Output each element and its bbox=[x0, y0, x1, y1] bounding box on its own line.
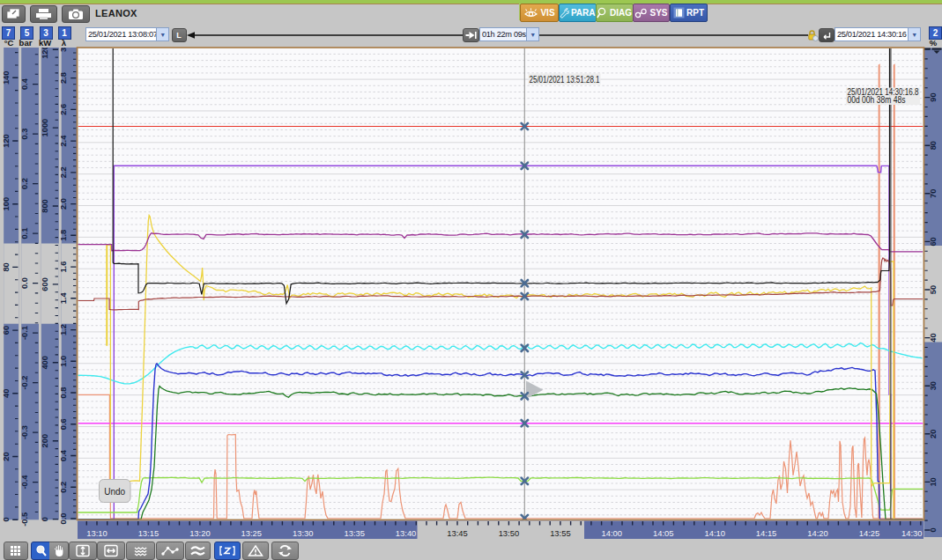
svg-text:60: 60 bbox=[2, 326, 11, 335]
svg-text:0.4: 0.4 bbox=[20, 77, 29, 90]
svg-text:13:45: 13:45 bbox=[447, 528, 467, 538]
svg-text:70: 70 bbox=[929, 189, 938, 198]
svg-text:0.0: 0.0 bbox=[20, 277, 29, 289]
svg-text:00d 00h 38m 48s: 00d 00h 38m 48s bbox=[848, 95, 906, 105]
svg-text:800: 800 bbox=[41, 199, 49, 213]
svg-text:2.0: 2.0 bbox=[59, 198, 68, 210]
svg-text:14:10: 14:10 bbox=[704, 528, 724, 538]
svg-text:40: 40 bbox=[929, 333, 938, 342]
svg-text:0: 0 bbox=[41, 517, 49, 521]
svg-text:0.1: 0.1 bbox=[20, 228, 29, 239]
svg-text:80: 80 bbox=[929, 141, 938, 150]
svg-text:40: 40 bbox=[2, 389, 11, 398]
svg-text:2.8: 2.8 bbox=[59, 72, 68, 84]
svg-text:Undo: Undo bbox=[104, 487, 125, 497]
svg-text:14:05: 14:05 bbox=[653, 528, 673, 538]
svg-text:2.2: 2.2 bbox=[59, 166, 68, 178]
svg-text:13:40: 13:40 bbox=[396, 528, 416, 538]
svg-text:20: 20 bbox=[2, 452, 11, 461]
svg-text:-0.4: -0.4 bbox=[20, 475, 29, 490]
svg-text:3: 3 bbox=[59, 48, 68, 52]
svg-text:50: 50 bbox=[929, 285, 938, 294]
svg-text:0.0: 0.0 bbox=[59, 513, 68, 525]
svg-text:0: 0 bbox=[2, 517, 11, 521]
svg-text:-0.5: -0.5 bbox=[20, 512, 29, 527]
svg-text:90: 90 bbox=[929, 92, 938, 101]
svg-text:10: 10 bbox=[929, 477, 938, 486]
svg-text:13:25: 13:25 bbox=[241, 528, 262, 538]
svg-text:1.6: 1.6 bbox=[59, 262, 68, 273]
svg-text:120: 120 bbox=[2, 134, 11, 148]
svg-text:13:30: 13:30 bbox=[293, 528, 313, 538]
svg-text:13:35: 13:35 bbox=[344, 528, 364, 538]
svg-text:80: 80 bbox=[2, 262, 11, 271]
svg-text:0.3: 0.3 bbox=[20, 129, 29, 140]
svg-text:14:15: 14:15 bbox=[756, 528, 776, 538]
svg-text:14:25: 14:25 bbox=[859, 528, 879, 538]
svg-text:0.6: 0.6 bbox=[59, 418, 68, 430]
svg-text:1.4: 1.4 bbox=[59, 292, 68, 305]
svg-text:0: 0 bbox=[929, 527, 938, 532]
svg-text:2.4: 2.4 bbox=[59, 135, 68, 147]
svg-text:13:55: 13:55 bbox=[550, 528, 570, 538]
svg-text:13:10: 13:10 bbox=[86, 528, 107, 538]
svg-text:13:15: 13:15 bbox=[138, 528, 159, 538]
svg-text:60: 60 bbox=[929, 237, 938, 246]
svg-text:0.8: 0.8 bbox=[59, 387, 68, 399]
svg-text:14:00: 14:00 bbox=[602, 528, 622, 538]
svg-text:1.8: 1.8 bbox=[59, 230, 68, 241]
svg-text:14:30: 14:30 bbox=[901, 528, 922, 538]
svg-text:400: 400 bbox=[41, 356, 49, 370]
svg-text:13:50: 13:50 bbox=[499, 528, 519, 538]
svg-text:0.2: 0.2 bbox=[20, 178, 29, 189]
svg-text:2.6: 2.6 bbox=[59, 104, 68, 115]
svg-text:13:20: 13:20 bbox=[189, 528, 210, 538]
svg-text:0.4: 0.4 bbox=[59, 449, 68, 461]
svg-text:30: 30 bbox=[929, 381, 938, 390]
svg-text:140: 140 bbox=[2, 71, 11, 85]
svg-text:-0.2: -0.2 bbox=[20, 376, 29, 390]
svg-text:600: 600 bbox=[41, 277, 49, 291]
svg-text:-0.3: -0.3 bbox=[20, 425, 29, 439]
svg-text:1000: 1000 bbox=[41, 119, 49, 137]
svg-text:25/01/2021 13:51:28.1: 25/01/2021 13:51:28.1 bbox=[530, 75, 600, 85]
svg-text:20: 20 bbox=[929, 430, 938, 438]
svg-text:200: 200 bbox=[41, 434, 49, 448]
svg-text:14:20: 14:20 bbox=[807, 528, 827, 538]
svg-text:1.2: 1.2 bbox=[59, 324, 68, 335]
svg-text:1.0: 1.0 bbox=[59, 356, 68, 367]
svg-text:0.2: 0.2 bbox=[59, 482, 68, 493]
svg-text:100: 100 bbox=[2, 197, 11, 211]
svg-text:-0.1: -0.1 bbox=[20, 326, 29, 340]
svg-text:1200: 1200 bbox=[41, 41, 49, 59]
